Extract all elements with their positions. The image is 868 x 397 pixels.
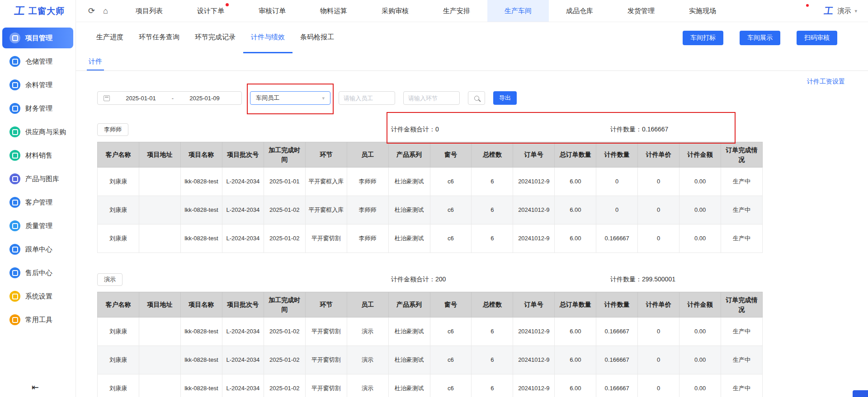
table-cell: L-2024-2034 <box>222 346 264 374</box>
column-header: 订单号 <box>513 292 555 318</box>
sidebar-item-label: 客户管理 <box>25 198 52 207</box>
sidebar-item[interactable]: 常用工具 <box>2 309 73 330</box>
date-start-value[interactable]: 2025-01-01 <box>110 95 172 102</box>
column-header: 计件单价 <box>638 292 679 318</box>
employee-input[interactable] <box>339 91 395 105</box>
user-name[interactable]: 演示 <box>837 7 851 15</box>
sidebar-item[interactable]: 材料销售 <box>2 145 73 166</box>
filter-bar: 2025-01-01 - 2025-01-09 车间员工 ▾ 导出 <box>97 91 868 105</box>
topnav-tab-label: 项目列表 <box>136 7 163 15</box>
action-button[interactable]: 扫码审核 <box>797 31 837 45</box>
column-header: 计件金额 <box>679 292 721 318</box>
table-head: 客户名称项目地址项目名称项目批次号加工完成时间环节员工产品系列窗号总樘数订单号总… <box>98 142 763 168</box>
table-cell: 平开窗框入库 <box>305 196 347 224</box>
sidebar-item[interactable]: 财务管理 <box>2 98 73 119</box>
topnav-tab[interactable]: 审核订单 <box>241 0 303 22</box>
home-icon[interactable]: ⌂ <box>103 6 108 16</box>
sidebar-item[interactable]: 产品与图库 <box>2 168 73 189</box>
section-tab-row: 计件 <box>76 53 868 71</box>
table-cell <box>139 196 180 224</box>
topnav-tab[interactable]: 成品仓库 <box>549 0 610 22</box>
table-cell: 生产中 <box>721 168 763 196</box>
piecework-wage-settings-link[interactable]: 计件工资设置 <box>807 78 845 85</box>
sidebar-collapse-icon[interactable]: ⇤ <box>32 382 39 392</box>
action-button[interactable]: 车间打标 <box>683 31 723 45</box>
sidebar-item-label: 产品与图库 <box>25 175 59 183</box>
table-cell: 生产中 <box>721 374 763 397</box>
search-button[interactable] <box>468 91 485 105</box>
table-cell: 0.00 <box>679 168 721 196</box>
column-header: 员工 <box>347 142 388 168</box>
table-cell: 6 <box>472 196 513 224</box>
date-range-picker[interactable]: 2025-01-01 - 2025-01-09 <box>97 91 242 105</box>
employee-tag-button[interactable]: 李师师 <box>97 123 128 136</box>
topnav-tab[interactable]: 设计下单 <box>180 0 241 22</box>
sidebar-item[interactable]: 项目管理 <box>2 28 73 48</box>
column-header: 总樘数 <box>472 142 513 168</box>
date-end-value[interactable]: 2025-01-09 <box>174 95 236 102</box>
table-cell: 刘康康 <box>98 318 139 346</box>
select-caret-icon: ▾ <box>322 95 325 101</box>
table-cell: 刘康康 <box>98 224 139 253</box>
table-cell: 6 <box>472 168 513 196</box>
group-header: 李师师 计件金额合计：0 计件数量：0.166667 <box>97 122 763 137</box>
sidebar-item[interactable]: 余料管理 <box>2 75 73 95</box>
subnav-tab[interactable]: 生产进度 <box>89 22 131 53</box>
subnav-tab[interactable]: 条码枪报工 <box>292 22 342 53</box>
topnav-tab[interactable]: 生产安排 <box>426 0 487 22</box>
sidebar-item-icon <box>9 267 20 278</box>
floating-widget[interactable] <box>853 390 868 397</box>
sidebar-item-label: 项目管理 <box>25 34 52 42</box>
table-cell <box>139 346 180 374</box>
refresh-icon[interactable]: ⟳ <box>88 6 95 16</box>
sidebar-item[interactable]: 客户管理 <box>2 192 73 213</box>
topnav-tab[interactable]: 实施现场 <box>672 0 733 22</box>
topnav-tab[interactable]: 发货管理 <box>610 0 672 22</box>
piecework-table: 客户名称项目地址项目名称项目批次号加工完成时间环节员工产品系列窗号总樘数订单号总… <box>97 292 763 397</box>
topnav-tab[interactable]: 生产车间 <box>487 0 549 22</box>
sidebar-item[interactable]: 质量管理 <box>2 215 73 236</box>
topnav-tab[interactable]: 采购审核 <box>364 0 426 22</box>
count-summary: 计件数量：299.500001 <box>610 276 675 284</box>
table-body: 刘康康lkk-0828-testL-2024-20342025-01-01平开窗… <box>98 168 763 253</box>
column-header: 计件数量 <box>596 292 638 318</box>
subnav-tab[interactable]: 环节完成记录 <box>187 22 243 53</box>
tab-piecework[interactable]: 计件 <box>87 53 104 70</box>
process-input[interactable] <box>403 91 460 105</box>
chevron-down-icon[interactable]: ▾ <box>854 8 857 14</box>
topnav-tab[interactable]: 项目列表 <box>118 0 180 22</box>
column-header: 窗号 <box>430 142 472 168</box>
brand-logo[interactable]: 工 工窗大师 <box>0 0 75 22</box>
table-cell: 6.00 <box>555 374 596 397</box>
amount-summary-value: 200 <box>435 276 446 283</box>
export-button[interactable]: 导出 <box>493 91 517 105</box>
table-cell: 0.00 <box>679 346 721 374</box>
column-header: 加工完成时间 <box>264 142 305 168</box>
sidebar-item-label: 余料管理 <box>25 81 52 89</box>
subnav-tab[interactable]: 环节任务查询 <box>131 22 187 53</box>
subnav-tab-label: 环节完成记录 <box>195 33 236 42</box>
worker-type-select[interactable]: 车间员工 ▾ <box>250 91 330 105</box>
sidebar-item[interactable]: 跟单中心 <box>2 239 73 260</box>
sidebar-item[interactable]: 仓储管理 <box>2 51 73 72</box>
sidebar-item[interactable]: 供应商与采购 <box>2 121 73 142</box>
sidebar-item-label: 质量管理 <box>25 222 52 230</box>
employee-tag-button[interactable]: 演示 <box>97 273 123 286</box>
worker-type-select-wrap: 车间员工 ▾ <box>250 91 330 105</box>
sidebar-item[interactable]: 售后中心 <box>2 262 73 283</box>
action-button[interactable]: 车间展示 <box>740 31 780 45</box>
sidebar-item-icon <box>9 79 20 90</box>
table-cell: 6.00 <box>555 318 596 346</box>
column-header: 产品系列 <box>388 292 430 318</box>
amount-summary: 计件金额合计：0 <box>391 126 439 134</box>
sidebar-item[interactable]: 系统设置 <box>2 286 73 307</box>
worker-type-value: 车间员工 <box>256 94 279 102</box>
table-cell: 20241012-9 <box>513 346 555 374</box>
table-cell: 李师师 <box>347 224 388 253</box>
table-cell: 平开窗切割 <box>305 318 347 346</box>
table-cell: 0 <box>596 168 638 196</box>
subnav-tab[interactable]: 计件与绩效 <box>243 22 292 53</box>
table-cell: 6.00 <box>555 224 596 253</box>
sidebar-item-label: 财务管理 <box>25 104 52 113</box>
topnav-tab[interactable]: 物料运算 <box>303 0 364 22</box>
